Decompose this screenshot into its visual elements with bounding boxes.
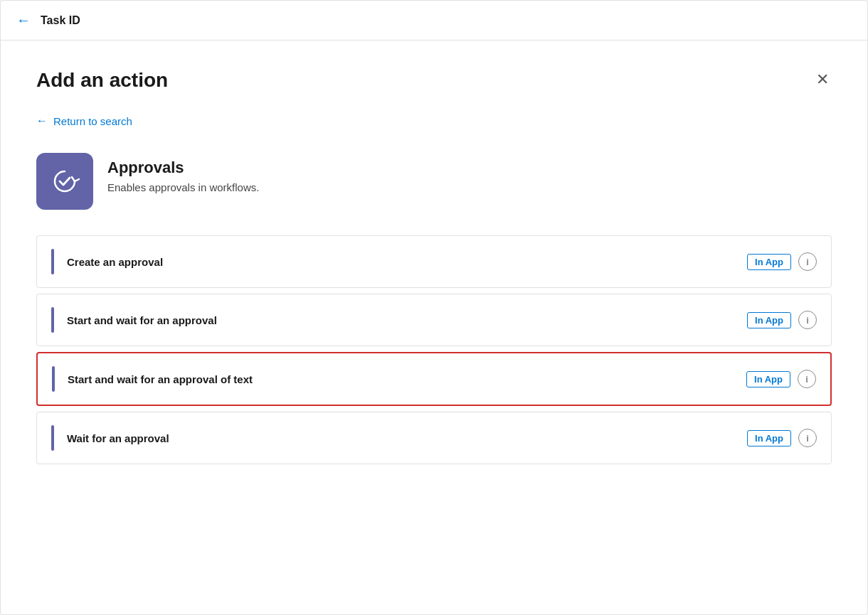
info-icon-2[interactable]: i (798, 370, 816, 388)
header-bar: ← Task ID (1, 1, 867, 41)
action-list: Create an approval In App i Start and wa… (36, 235, 832, 470)
in-app-badge-1: In App (747, 312, 791, 328)
action-item-left-3: Wait for an approval (51, 425, 169, 451)
action-label-0: Create an approval (67, 256, 163, 268)
main-content: Add an action ✕ ← Return to search Appro… (1, 41, 867, 614)
header-back-button[interactable]: ← (15, 11, 32, 30)
in-app-badge-0: In App (747, 254, 791, 270)
connector-section: Approvals Enables approvals in workflows… (36, 153, 832, 210)
info-icon-0[interactable]: i (798, 252, 817, 271)
info-icon-1[interactable]: i (798, 311, 817, 329)
return-to-search-button[interactable]: ← Return to search (36, 114, 132, 127)
return-to-search-label: Return to search (53, 115, 132, 127)
close-button[interactable]: ✕ (813, 69, 832, 90)
action-item-2[interactable]: Start and wait for an approval of text I… (36, 352, 832, 406)
action-item-right-3: In App i (747, 429, 817, 447)
in-app-badge-2: In App (746, 371, 790, 387)
connector-info: Approvals Enables approvals in workflows… (107, 153, 259, 193)
main-panel: ← Task ID Add an action ✕ ← Return to se… (0, 0, 868, 615)
connector-icon (36, 153, 93, 210)
action-item-right-2: In App i (746, 370, 816, 388)
action-item-right-0: In App i (747, 252, 817, 271)
action-item-left-0: Create an approval (51, 249, 163, 274)
action-accent-bar-1 (51, 307, 54, 333)
action-item-right-1: In App i (747, 311, 817, 329)
return-arrow-icon: ← (36, 114, 48, 127)
action-item-3[interactable]: Wait for an approval In App i (36, 412, 832, 464)
action-item-left-2: Start and wait for an approval of text (52, 366, 253, 392)
connector-description: Enables approvals in workflows. (107, 181, 259, 193)
action-item-1[interactable]: Start and wait for an approval In App i (36, 294, 832, 346)
info-icon-3[interactable]: i (798, 429, 817, 447)
connector-name: Approvals (107, 159, 259, 177)
action-accent-bar-0 (51, 249, 54, 274)
in-app-badge-3: In App (747, 430, 791, 446)
panel-title: Add an action (36, 69, 168, 92)
action-label-2: Start and wait for an approval of text (68, 373, 253, 385)
action-label-3: Wait for an approval (67, 432, 169, 444)
action-accent-bar-2 (52, 366, 55, 392)
action-item-0[interactable]: Create an approval In App i (36, 235, 832, 288)
action-item-left-1: Start and wait for an approval (51, 307, 217, 333)
action-label-1: Start and wait for an approval (67, 314, 217, 326)
top-row: Add an action ✕ (36, 69, 832, 92)
header-title: Task ID (41, 14, 80, 27)
action-accent-bar-3 (51, 425, 54, 451)
approvals-svg-icon (49, 166, 80, 197)
